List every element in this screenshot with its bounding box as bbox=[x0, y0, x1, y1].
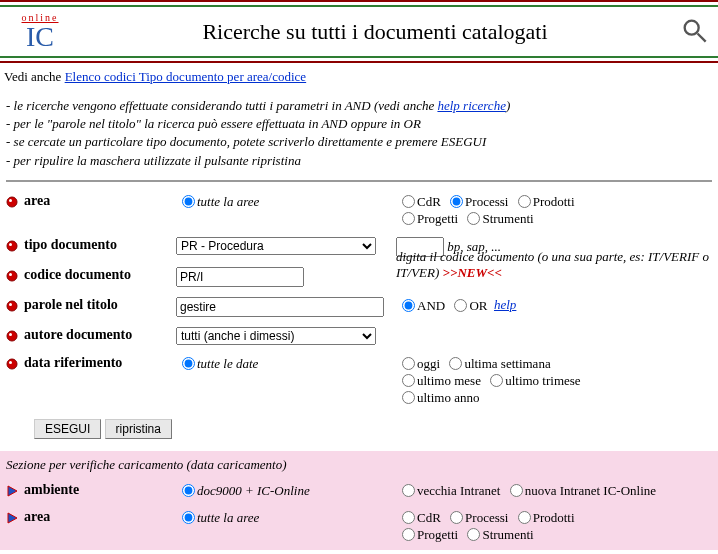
help-ricerche-link[interactable]: help ricerche bbox=[437, 98, 505, 113]
radio-amb-vecchia[interactable] bbox=[402, 484, 415, 497]
radio-area-processi[interactable] bbox=[450, 195, 463, 208]
radio-date-anno[interactable] bbox=[402, 391, 415, 404]
label-prodotti: Prodotti bbox=[533, 194, 575, 209]
bullet-icon bbox=[6, 300, 20, 314]
svg-point-12 bbox=[7, 359, 17, 369]
hint-3: - se cercate un particolare tipo documen… bbox=[6, 133, 712, 151]
radio-area-all[interactable] bbox=[182, 195, 195, 208]
row-parole: parole nel titolo AND OR help bbox=[6, 292, 712, 322]
radio-area-cdr[interactable] bbox=[402, 195, 415, 208]
svg-point-11 bbox=[9, 333, 12, 336]
row-area: area tutte la aree CdR Processi Prodotti… bbox=[6, 188, 712, 232]
row-datarif: data riferimento tutte le date oggi ulti… bbox=[6, 350, 712, 411]
label-anno: ultimo anno bbox=[417, 390, 479, 405]
logo: online IC bbox=[10, 12, 70, 51]
row-ambiente: ambiente doc9000 + IC-Online vecchia Int… bbox=[6, 477, 712, 504]
see-also-prefix: Vedi anche bbox=[4, 69, 65, 84]
label-autore: autore documento bbox=[24, 327, 132, 343]
radio-area-progetti[interactable] bbox=[402, 212, 415, 225]
radio-area2-processi[interactable] bbox=[450, 511, 463, 524]
label-date-all: tutte le date bbox=[197, 356, 258, 371]
radio-area-prodotti[interactable] bbox=[518, 195, 531, 208]
search-icon bbox=[680, 16, 708, 48]
button-row: ESEGUI ripristina bbox=[6, 411, 712, 445]
help-parole-link[interactable]: help bbox=[494, 297, 516, 312]
label-amb-sel: doc9000 + IC-Online bbox=[197, 483, 310, 498]
label-or: OR bbox=[469, 298, 487, 313]
label-area2: area bbox=[24, 509, 50, 525]
radio-area2-cdr[interactable] bbox=[402, 511, 415, 524]
label-trimese: ultimo trimese bbox=[505, 373, 580, 388]
bullet-icon bbox=[6, 240, 20, 254]
section-verifiche: Sezione per verifiche caricamento (data … bbox=[0, 451, 718, 550]
see-also-link[interactable]: Elenco codici Tipo documento per area/co… bbox=[65, 69, 307, 84]
input-parole[interactable] bbox=[176, 297, 384, 317]
label-tipodoc: tipo documento bbox=[24, 237, 117, 253]
label2-cdr: CdR bbox=[417, 510, 441, 525]
svg-marker-14 bbox=[8, 486, 17, 496]
label-area-all: tutte la aree bbox=[197, 194, 259, 209]
radio-area2-progetti[interactable] bbox=[402, 528, 415, 541]
label-and: AND bbox=[417, 298, 445, 313]
label-area: area bbox=[24, 193, 50, 209]
bullet-icon bbox=[6, 270, 20, 284]
radio-parole-and[interactable] bbox=[402, 299, 415, 312]
svg-point-8 bbox=[7, 301, 17, 311]
select-tipodoc[interactable]: PR - Procedura bbox=[176, 237, 376, 255]
radio-date-oggi[interactable] bbox=[402, 357, 415, 370]
page-title: Ricerche su tutti i documenti catalogati bbox=[70, 19, 680, 45]
radio-area2-all[interactable] bbox=[182, 511, 195, 524]
ripristina-button[interactable]: ripristina bbox=[105, 419, 172, 439]
select-autore[interactable]: tutti (anche i dimessi) bbox=[176, 327, 376, 345]
label-amb-vecchia: vecchia Intranet bbox=[417, 483, 500, 498]
svg-point-0 bbox=[685, 20, 699, 34]
input-codice[interactable] bbox=[176, 267, 304, 287]
hint-2: - per le "parole nel titolo" la ricerca … bbox=[6, 115, 712, 133]
logo-ic: IC bbox=[10, 23, 70, 51]
label-amb-nuova: nuova Intranet IC-Online bbox=[525, 483, 656, 498]
label-strumenti: Strumenti bbox=[482, 211, 533, 226]
play-icon bbox=[6, 512, 20, 526]
row-area2: area tutte la aree CdR Processi Prodotti… bbox=[6, 504, 712, 548]
svg-point-9 bbox=[9, 303, 12, 306]
radio-amb-sel[interactable] bbox=[182, 484, 195, 497]
play-icon bbox=[6, 485, 20, 499]
label2-progetti: Progetti bbox=[417, 527, 458, 542]
radio-area2-prodotti[interactable] bbox=[518, 511, 531, 524]
hint-1a: - le ricerche vengono effettuate conside… bbox=[6, 98, 437, 113]
bullet-icon bbox=[6, 330, 20, 344]
esegui-button[interactable]: ESEGUI bbox=[34, 419, 101, 439]
radio-parole-or[interactable] bbox=[454, 299, 467, 312]
svg-point-2 bbox=[7, 197, 17, 207]
svg-marker-15 bbox=[8, 513, 17, 523]
svg-point-3 bbox=[9, 199, 12, 202]
radio-area2-strumenti[interactable] bbox=[467, 528, 480, 541]
radio-date-mese[interactable] bbox=[402, 374, 415, 387]
radio-date-settimana[interactable] bbox=[449, 357, 462, 370]
svg-line-1 bbox=[698, 33, 706, 41]
header-bar: online IC Ricerche su tutti i documenti … bbox=[0, 0, 718, 63]
bullet-icon bbox=[6, 358, 20, 372]
label-progetti: Progetti bbox=[417, 211, 458, 226]
label-mese: ultimo mese bbox=[417, 373, 481, 388]
bullet-icon bbox=[6, 196, 20, 210]
label-datarif: data riferimento bbox=[24, 355, 122, 371]
label-processi: Processi bbox=[465, 194, 508, 209]
section2-title: Sezione per verifiche caricamento (data … bbox=[6, 455, 712, 477]
label-parole: parole nel titolo bbox=[24, 297, 118, 313]
hint-1b: ) bbox=[506, 98, 510, 113]
new-badge: >>NEW<< bbox=[443, 265, 502, 280]
radio-date-all[interactable] bbox=[182, 357, 195, 370]
svg-point-10 bbox=[7, 331, 17, 341]
radio-date-trimese[interactable] bbox=[490, 374, 503, 387]
svg-point-6 bbox=[7, 271, 17, 281]
label-oggi: oggi bbox=[417, 356, 440, 371]
svg-point-7 bbox=[9, 273, 12, 276]
see-also-line: Vedi anche Elenco codici Tipo documento … bbox=[0, 63, 718, 91]
label-area2-all: tutte la aree bbox=[197, 510, 259, 525]
label-settimana: ultima settimana bbox=[464, 356, 550, 371]
svg-point-4 bbox=[7, 241, 17, 251]
radio-area-strumenti[interactable] bbox=[467, 212, 480, 225]
label2-strumenti: Strumenti bbox=[482, 527, 533, 542]
radio-amb-nuova[interactable] bbox=[510, 484, 523, 497]
